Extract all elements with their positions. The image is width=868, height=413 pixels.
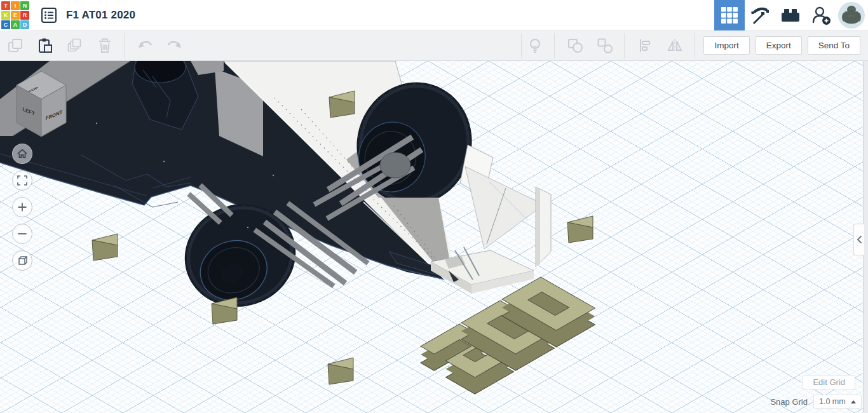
toolbar-separator bbox=[521, 33, 522, 58]
copy-glyph bbox=[6, 37, 24, 55]
brick-icon bbox=[779, 5, 802, 25]
send-to-button[interactable]: Send To bbox=[808, 36, 860, 55]
logo-letter: N bbox=[20, 1, 29, 10]
workplane-canvas[interactable]: TOP LEFT FRONT bbox=[0, 61, 868, 413]
ungroup-glyph bbox=[596, 37, 614, 55]
panel-collapse-tab[interactable] bbox=[853, 224, 864, 255]
mirror-icon[interactable] bbox=[665, 36, 684, 55]
wheel-hub bbox=[380, 152, 410, 178]
copy-icon[interactable] bbox=[6, 36, 25, 55]
group-glyph bbox=[566, 37, 584, 55]
logo-letter: A bbox=[11, 20, 20, 29]
toolbar-right-group: Import Export Send To bbox=[521, 33, 868, 58]
orthographic-view-icon[interactable] bbox=[12, 250, 32, 271]
group-icon[interactable] bbox=[566, 36, 585, 55]
number-text-200[interactable] bbox=[421, 277, 595, 394]
minecraft-pickaxe-icon[interactable] bbox=[745, 0, 775, 30]
logo-letter: T bbox=[1, 1, 10, 10]
wedge-marker-5[interactable] bbox=[328, 358, 353, 384]
tinkercad-logo[interactable]: T I N K E R C A D bbox=[0, 0, 31, 30]
edit-grid-button[interactable]: Edit Grid bbox=[803, 375, 855, 389]
view-controls bbox=[12, 144, 32, 277]
mirror-glyph bbox=[666, 37, 684, 55]
viewcube[interactable]: TOP LEFT FRONT bbox=[17, 71, 66, 137]
undo-icon[interactable] bbox=[135, 36, 154, 55]
pickaxe-icon bbox=[749, 4, 771, 26]
snap-grid-label: Snap Grid bbox=[770, 397, 808, 407]
home-view-icon[interactable] bbox=[12, 144, 32, 164]
logo-letter: K bbox=[1, 11, 10, 20]
lego-brick-icon[interactable] bbox=[775, 0, 806, 30]
show-all-lightbulb-icon[interactable] bbox=[526, 36, 545, 55]
snap-grid-value: 1.0 mm bbox=[819, 397, 846, 406]
tinkercad-window: T I N K E R C A D F1 AT01 2020 bbox=[0, 0, 868, 413]
add-person-icon[interactable] bbox=[806, 0, 836, 30]
paste-glyph bbox=[36, 37, 54, 55]
scene-3d[interactable]: TOP LEFT FRONT bbox=[0, 61, 868, 413]
undo-glyph bbox=[136, 37, 154, 55]
dashboard-grid-icon[interactable] bbox=[714, 0, 745, 30]
wedge-marker-1[interactable] bbox=[92, 234, 118, 261]
trash-glyph bbox=[96, 37, 114, 55]
minus-glyph bbox=[17, 228, 28, 240]
list-icon bbox=[40, 6, 58, 24]
zoom-in-icon[interactable] bbox=[12, 197, 32, 217]
align-glyph bbox=[636, 37, 654, 55]
f1-car-body[interactable] bbox=[0, 61, 551, 321]
lightbulb-glyph bbox=[526, 37, 544, 55]
chevron-left-icon bbox=[857, 235, 862, 244]
logo-letter: D bbox=[20, 20, 29, 29]
paste-icon[interactable] bbox=[36, 36, 55, 55]
wedge-marker-4[interactable] bbox=[567, 216, 593, 243]
fit-glyph bbox=[17, 175, 28, 186]
redo-glyph bbox=[166, 37, 184, 55]
duplicate-glyph bbox=[66, 37, 84, 55]
toolbar-separator bbox=[124, 33, 125, 58]
redo-icon[interactable] bbox=[165, 36, 184, 55]
zoom-out-icon[interactable] bbox=[12, 224, 32, 244]
logo-letter: E bbox=[11, 11, 20, 20]
edit-toolbar: Import Export Send To bbox=[0, 30, 868, 61]
logo-letter: C bbox=[1, 20, 10, 29]
export-button[interactable]: Export bbox=[756, 36, 802, 55]
toolbar-separator bbox=[554, 33, 555, 58]
home-glyph bbox=[17, 148, 28, 159]
avatar bbox=[837, 1, 865, 29]
topbar: T I N K E R C A D F1 AT01 2020 bbox=[0, 0, 868, 30]
snap-grid-dropdown[interactable]: 1.0 mm bbox=[813, 395, 862, 409]
ortho-box-glyph bbox=[17, 255, 28, 266]
align-icon[interactable] bbox=[635, 36, 654, 55]
plus-glyph bbox=[17, 201, 28, 213]
fit-view-icon[interactable] bbox=[12, 170, 32, 191]
duplicate-icon[interactable] bbox=[65, 36, 85, 55]
toolbar-separator bbox=[624, 33, 625, 58]
grid-icon bbox=[720, 6, 739, 25]
toolbar-separator bbox=[694, 33, 695, 58]
person-plus-icon bbox=[810, 4, 832, 27]
import-button[interactable]: Import bbox=[703, 36, 749, 55]
design-properties-icon[interactable] bbox=[39, 6, 58, 25]
logo-letter: R bbox=[20, 11, 29, 20]
caret-up-icon bbox=[851, 400, 856, 403]
delete-icon[interactable] bbox=[95, 36, 114, 55]
logo-letter: I bbox=[11, 1, 20, 10]
page-title[interactable]: F1 AT01 2020 bbox=[66, 9, 135, 22]
snap-grid-row: Snap Grid 1.0 mm bbox=[770, 395, 862, 409]
user-avatar[interactable] bbox=[836, 0, 867, 30]
ungroup-icon[interactable] bbox=[595, 36, 614, 55]
